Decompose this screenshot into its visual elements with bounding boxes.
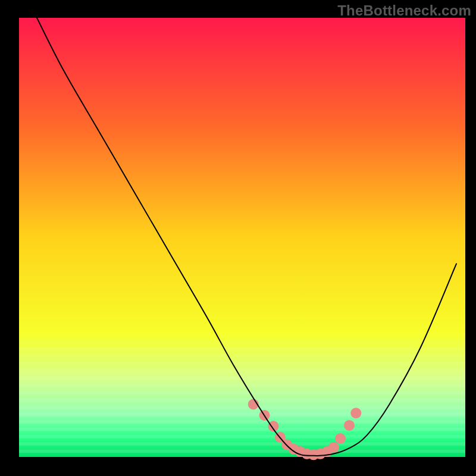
background-stripe [19, 399, 465, 402]
background-stripe [19, 369, 465, 372]
highlight-dot [328, 442, 339, 453]
background-stripe [19, 362, 465, 365]
background-stripe [19, 325, 465, 329]
background-stripe [19, 355, 465, 358]
background-stripe [19, 384, 465, 387]
background-stripe [19, 406, 465, 409]
background-stripe [19, 428, 465, 431]
highlight-dot [344, 420, 355, 431]
chart-frame: TheBottleneck.com [0, 0, 476, 476]
watermark-text: TheBottleneck.com [337, 2, 471, 19]
background-stripe [19, 333, 465, 336]
background-stripe [19, 421, 465, 424]
background-stripe [19, 391, 465, 394]
background-stripe [19, 442, 465, 446]
highlight-dot [335, 433, 346, 444]
background-stripe [19, 347, 465, 351]
background-stripe [19, 340, 465, 343]
background-stripe [19, 435, 465, 439]
bottleneck-chart [0, 0, 476, 476]
background-stripe [19, 413, 465, 416]
highlight-dot [350, 408, 361, 418]
background-stripe [19, 450, 465, 453]
